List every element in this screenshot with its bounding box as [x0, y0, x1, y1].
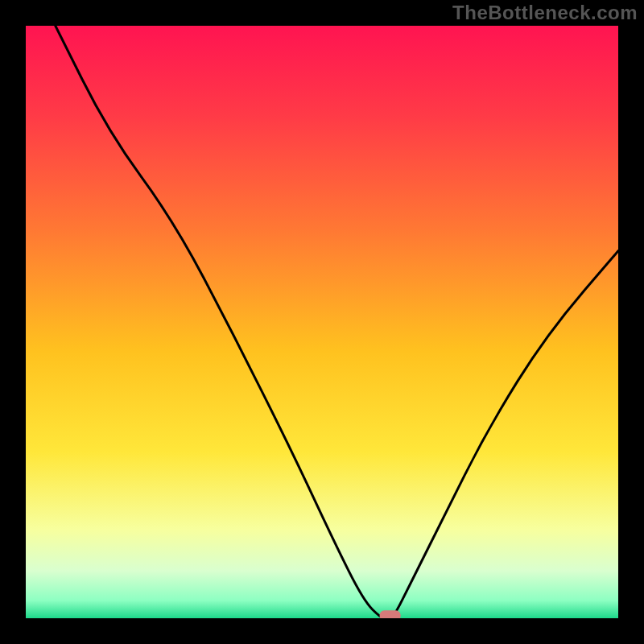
- bottleneck-chart: [26, 26, 618, 618]
- chart-frame: TheBottleneck.com: [0, 0, 644, 644]
- optimal-marker: [380, 610, 401, 618]
- watermark-text: TheBottleneck.com: [452, 2, 638, 24]
- plot-area: [26, 26, 618, 618]
- gradient-background: [26, 26, 618, 618]
